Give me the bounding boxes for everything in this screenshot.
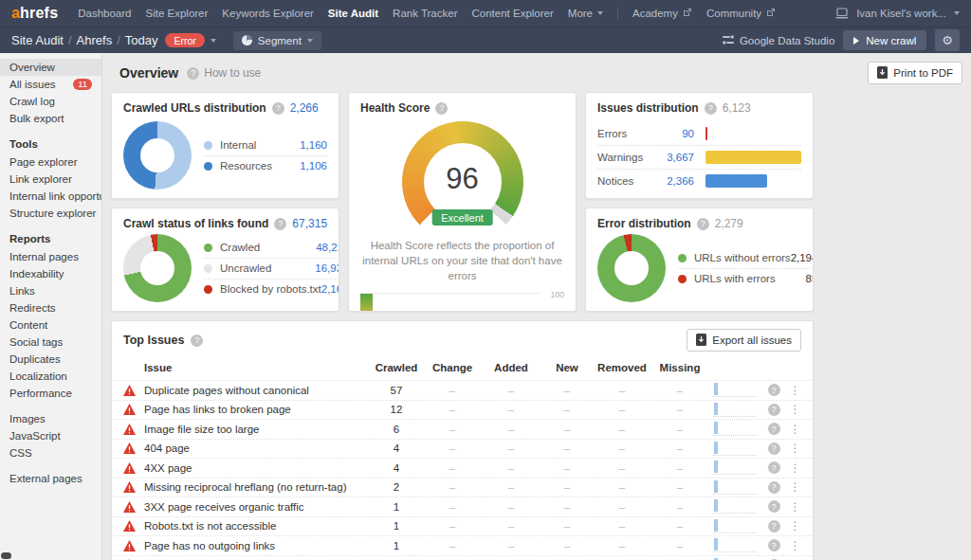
- card-total-link[interactable]: 2,266: [290, 101, 319, 115]
- sidebar-item-overview[interactable]: Overview: [0, 59, 101, 76]
- help-icon[interactable]: [272, 102, 284, 115]
- severity-count-link[interactable]: 3,667: [652, 152, 694, 163]
- nav-item-site-audit[interactable]: Site Audit: [328, 8, 378, 19]
- col-crawled[interactable]: Crawled: [370, 362, 423, 373]
- sidebar-item-link-explorer[interactable]: Link explorer: [0, 171, 101, 188]
- account-area[interactable]: Ivan Kisel's work...: [835, 8, 960, 19]
- print-to-pdf-button[interactable]: Print to PDF: [868, 62, 962, 84]
- table-row[interactable]: Page has links to broken page12–––––: [112, 400, 813, 420]
- google-data-studio-link[interactable]: Google Data Studio: [723, 34, 834, 47]
- sidebar-item-all-issues[interactable]: All issues11: [0, 76, 101, 93]
- nav-item-keywords-explorer[interactable]: Keywords Explorer: [222, 8, 314, 19]
- sidebar-item-bulk-export[interactable]: Bulk export: [0, 110, 101, 127]
- issue-name[interactable]: Image file size too large: [144, 424, 370, 435]
- row-menu-button[interactable]: [787, 539, 803, 552]
- sidebar-item-structure-explorer[interactable]: Structure explorer: [0, 205, 101, 222]
- help-icon[interactable]: [768, 423, 780, 435]
- help-icon[interactable]: [768, 443, 780, 455]
- sidebar-item-duplicates[interactable]: Duplicates: [0, 351, 101, 368]
- help-icon[interactable]: [768, 539, 780, 551]
- legend-value[interactable]: 2,165: [321, 283, 339, 295]
- nav-link-academy[interactable]: Academy: [632, 8, 692, 19]
- chevron-down-icon[interactable]: [211, 39, 216, 43]
- help-icon[interactable]: [435, 102, 448, 115]
- issue-name[interactable]: 404 page: [144, 443, 370, 454]
- table-row[interactable]: 3XX page receives organic traffic1–––––: [112, 497, 813, 516]
- issue-name[interactable]: 3XX page receives organic traffic: [144, 501, 370, 513]
- col-new[interactable]: New: [540, 362, 594, 373]
- help-icon[interactable]: [768, 500, 780, 513]
- sidebar-item-content[interactable]: Content: [0, 316, 101, 334]
- help-icon[interactable]: [191, 334, 203, 347]
- row-menu-button[interactable]: [787, 461, 803, 475]
- col-added[interactable]: Added: [482, 362, 540, 373]
- sidebar-item-links[interactable]: Links: [0, 282, 101, 299]
- help-icon[interactable]: [274, 218, 286, 230]
- issue-name[interactable]: Duplicate pages without canonical: [144, 385, 370, 396]
- issue-name[interactable]: Page has no outgoing links: [144, 540, 370, 551]
- table-row[interactable]: Image file size too large6–––––: [112, 419, 813, 439]
- table-row[interactable]: 4XX page4–––––: [112, 458, 813, 478]
- nav-item-more[interactable]: More: [568, 8, 603, 19]
- help-icon[interactable]: [697, 218, 709, 230]
- sidebar-item-external-pages[interactable]: External pages: [0, 470, 101, 487]
- table-row[interactable]: Duplicate pages without canonical57–––––: [112, 380, 813, 400]
- col-missing[interactable]: Missing: [650, 362, 709, 373]
- sidebar-item-crawl-log[interactable]: Crawl log: [0, 93, 101, 110]
- row-menu-button[interactable]: [787, 480, 803, 494]
- row-menu-button[interactable]: [787, 442, 803, 455]
- card-total-link[interactable]: 67,315: [292, 217, 327, 230]
- col-issue[interactable]: Issue: [144, 362, 370, 373]
- severity-count-link[interactable]: 90: [652, 128, 694, 139]
- help-icon[interactable]: [768, 481, 780, 494]
- legend-value[interactable]: 48,211: [316, 242, 339, 253]
- legend-value[interactable]: 1,106: [300, 160, 327, 172]
- issue-name[interactable]: Robots.txt is not accessible: [144, 520, 370, 532]
- breadcrumb-ahrefs[interactable]: Ahrefs: [77, 33, 113, 47]
- col-removed[interactable]: Removed: [594, 362, 650, 373]
- sidebar-item-social-tags[interactable]: Social tags: [0, 334, 101, 351]
- table-row[interactable]: Robots.txt is not accessible1–––––: [112, 516, 813, 536]
- sidebar-item-javascript[interactable]: JavaScript: [0, 427, 101, 444]
- breadcrumb-today[interactable]: Today: [125, 33, 158, 47]
- help-icon[interactable]: [768, 461, 780, 474]
- row-menu-button[interactable]: [787, 500, 803, 514]
- row-menu-button[interactable]: [787, 403, 803, 416]
- help-icon[interactable]: [768, 404, 780, 416]
- breadcrumb-site-audit[interactable]: Site Audit: [11, 33, 64, 47]
- nav-item-content-explorer[interactable]: Content Explorer: [472, 8, 554, 19]
- legend-value[interactable]: 16,939: [315, 262, 339, 274]
- ahrefs-logo[interactable]: ahrefs: [11, 5, 58, 22]
- issue-name[interactable]: Page has links to broken page: [144, 404, 370, 415]
- settings-gear-button[interactable]: [935, 29, 960, 51]
- row-menu-button[interactable]: [787, 519, 803, 533]
- sidebar-item-css[interactable]: CSS: [0, 444, 101, 461]
- how-to-use-link[interactable]: How to use: [187, 66, 261, 80]
- sidebar-item-performance[interactable]: Performance: [0, 385, 101, 402]
- issue-name[interactable]: Missing reciprocal hreflang (no return-t…: [144, 481, 370, 493]
- sidebar-item-images[interactable]: Images: [0, 410, 101, 427]
- severity-count-link[interactable]: 2,366: [652, 175, 694, 187]
- sidebar-item-page-explorer[interactable]: Page explorer: [0, 154, 101, 171]
- scrollbar-thumb[interactable]: [1, 552, 11, 559]
- help-icon[interactable]: [768, 520, 780, 533]
- col-change[interactable]: Change: [423, 362, 482, 373]
- sidebar-item-internal-pages[interactable]: Internal pages: [0, 248, 101, 265]
- new-crawl-button[interactable]: New crawl: [843, 30, 926, 50]
- nav-link-community[interactable]: Community: [706, 8, 776, 19]
- sidebar-item-localization[interactable]: Localization: [0, 368, 101, 385]
- help-icon[interactable]: [768, 384, 780, 396]
- nav-item-dashboard[interactable]: Dashboard: [78, 8, 131, 19]
- legend-value[interactable]: 1,160: [300, 139, 327, 151]
- table-row[interactable]: Missing reciprocal hreflang (no return-t…: [112, 478, 813, 497]
- nav-item-rank-tracker[interactable]: Rank Tracker: [393, 8, 457, 19]
- table-row[interactable]: Page has no outgoing links1–––––: [112, 535, 813, 555]
- status-badge[interactable]: Error: [165, 33, 204, 47]
- row-menu-button[interactable]: [787, 423, 803, 436]
- row-menu-button[interactable]: [787, 384, 803, 397]
- table-row[interactable]: Hreflang to redirect or broken page1––––…: [112, 555, 813, 560]
- sidebar-item-indexability[interactable]: Indexability: [0, 265, 101, 282]
- sidebar-item-internal-link-opportunities[interactable]: Internal link opportunities: [0, 188, 101, 205]
- nav-item-site-explorer[interactable]: Site Explorer: [146, 8, 209, 19]
- sidebar-item-redirects[interactable]: Redirects: [0, 299, 101, 316]
